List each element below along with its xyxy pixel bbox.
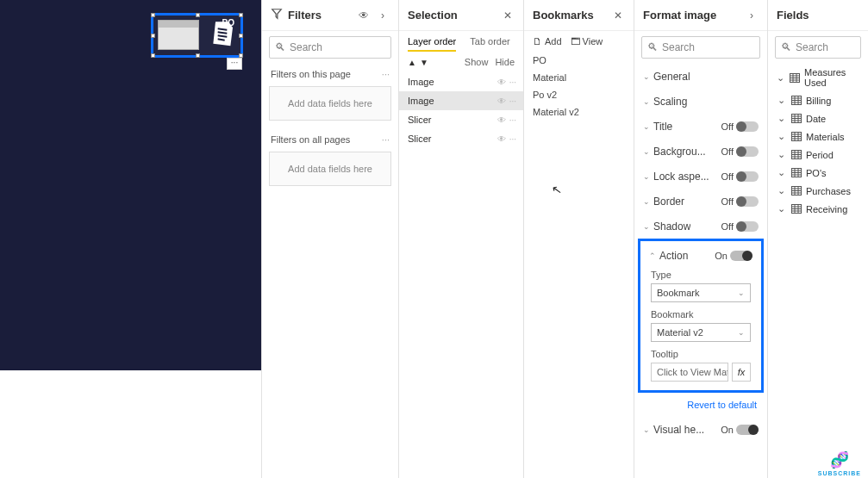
bookmark-item[interactable]: Material [524, 69, 634, 86]
revert-to-default[interactable]: Revert to default [634, 393, 767, 417]
chevron-up-icon: ⌃ [649, 251, 656, 260]
subscribe-watermark: 🧬 SUBSCRIBE [818, 450, 861, 476]
field-table[interactable]: ⌄PO's [768, 164, 868, 182]
more-icon[interactable]: ··· [509, 78, 516, 87]
fmt-general[interactable]: ⌄General [634, 64, 767, 89]
fmt-border[interactable]: ⌄BorderOff [634, 189, 767, 214]
eye-icon[interactable]: 👁 [497, 134, 508, 144]
bookmark-view[interactable]: 🗔View [571, 36, 603, 47]
table-icon [790, 73, 800, 83]
field-table[interactable]: ⌄Measures Used [768, 64, 868, 91]
table-icon [791, 186, 802, 196]
fmt-shadow[interactable]: ⌄ShadowOff [634, 214, 767, 239]
sel-hide[interactable]: Hide [495, 57, 515, 67]
toggle[interactable] [736, 221, 759, 232]
toggle[interactable] [736, 425, 759, 435]
chevron-down-icon: ⌄ [775, 167, 787, 178]
field-table[interactable]: ⌄Purchases [768, 182, 868, 200]
bookmark-item[interactable]: Po v2 [524, 86, 634, 103]
filters-visibility-icon[interactable]: 👁 [357, 9, 371, 22]
eye-icon[interactable]: 👁 [497, 96, 508, 106]
chevron-down-icon: ⌄ [775, 203, 787, 214]
action-tooltip-input[interactable]: Click to View Mate... [651, 363, 728, 382]
move-up-icon[interactable]: ▲ [408, 58, 416, 67]
table-icon [791, 96, 802, 105]
field-table[interactable]: ⌄Period [768, 146, 868, 164]
toggle[interactable] [736, 121, 759, 132]
chevron-down-icon: ⌄ [738, 328, 745, 337]
chevron-down-icon: ⌄ [643, 122, 650, 131]
format-search[interactable]: 🔍︎ Search [641, 36, 760, 59]
move-down-icon[interactable]: ▼ [420, 58, 428, 67]
bookmark-add[interactable]: 🗋Add [533, 36, 562, 47]
add-icon: 🗋 [533, 36, 542, 47]
action-type-select[interactable]: Bookmark⌄ [651, 283, 751, 302]
more-icon[interactable]: ··· [509, 134, 516, 144]
filters-page-more[interactable]: ··· [382, 69, 390, 79]
chevron-down-icon: ⌄ [643, 425, 650, 434]
fields-title: Fields [777, 9, 859, 22]
layer-item[interactable]: Image👁··· [399, 72, 523, 91]
bookmark-list: POMaterialPo v2Material v2 [524, 52, 634, 121]
chevron-down-icon: ⌄ [738, 289, 745, 297]
eye-icon[interactable]: 👁 [497, 78, 508, 87]
bookmarks-close[interactable]: ✕ [611, 9, 625, 22]
fmt-scaling[interactable]: ⌄Scaling [634, 89, 767, 114]
toggle[interactable] [736, 196, 759, 207]
bookmark-item[interactable]: Material v2 [524, 103, 634, 121]
tab-layer-order[interactable]: Layer order [408, 36, 456, 52]
search-icon: 🔍︎ [781, 41, 791, 53]
fx-button[interactable]: fx [732, 363, 751, 382]
more-icon[interactable]: ··· [509, 96, 516, 106]
layer-item[interactable]: Image👁··· [399, 91, 523, 110]
field-table[interactable]: ⌄Billing [768, 91, 868, 109]
filters-search-ph: Search [290, 41, 322, 53]
visual-more-button[interactable]: ··· [227, 58, 242, 70]
fields-search[interactable]: 🔍︎ Search [775, 36, 861, 59]
fields-pane: Fields 🔍︎ Search ⌄Measures Used⌄Billing⌄… [767, 0, 868, 478]
chevron-down-icon: ⌄ [643, 172, 650, 181]
filter-icon [271, 8, 283, 22]
layer-item[interactable]: Slicer👁··· [399, 110, 523, 129]
filters-pane: Filters 👁 › 🔍︎ Search Filters on this pa… [261, 0, 398, 478]
toggle[interactable] [730, 251, 752, 261]
toggle[interactable] [736, 146, 759, 157]
eye-icon[interactable]: 👁 [497, 115, 508, 125]
fmt-background[interactable]: ⌄Backgrou...Off [634, 139, 767, 164]
tab-tab-order[interactable]: Tab order [470, 36, 509, 52]
filters-all-dropzone[interactable]: Add data fields here [269, 152, 391, 186]
fmt-title[interactable]: ⌄TitleOff [634, 114, 767, 139]
fmt-action[interactable]: ⌃ActionOn [640, 243, 761, 268]
table-icon [791, 114, 802, 123]
fmt-visual-header[interactable]: ⌄Visual he...On [634, 417, 767, 442]
action-bookmark-select[interactable]: Material v2⌄ [651, 323, 751, 342]
fmt-lock-aspect[interactable]: ⌄Lock aspe...Off [634, 164, 767, 189]
visual-img-thumb [158, 20, 199, 50]
format-expand-icon[interactable]: › [745, 9, 759, 22]
layer-item[interactable]: Slicer👁··· [399, 129, 523, 148]
filters-page-label: Filters on this page [271, 69, 351, 79]
toggle[interactable] [736, 171, 759, 182]
field-table[interactable]: ⌄Materials [768, 127, 868, 146]
fields-list: ⌄Measures Used⌄Billing⌄Date⌄Materials⌄Pe… [768, 64, 868, 218]
report-canvas[interactable]: PO ··· [0, 0, 261, 370]
chevron-down-icon: ⌄ [643, 147, 650, 156]
field-table[interactable]: ⌄Receiving [768, 200, 868, 218]
field-table[interactable]: ⌄Date [768, 109, 868, 127]
selection-close[interactable]: ✕ [501, 9, 515, 22]
selected-image-visual[interactable]: PO ··· [151, 13, 243, 58]
filters-all-label: Filters on all pages [271, 134, 350, 145]
chevron-down-icon: ⌄ [643, 222, 650, 231]
action-type-label: Type [640, 268, 761, 282]
sel-show[interactable]: Show [465, 57, 489, 67]
chevron-down-icon: ⌄ [643, 72, 650, 81]
filters-expand-icon[interactable]: › [376, 9, 390, 22]
filters-search[interactable]: 🔍︎ Search [269, 36, 391, 59]
dna-icon: 🧬 [830, 450, 849, 469]
selection-pane: Selection ✕ Layer order Tab order ▲▼ Sho… [398, 0, 523, 478]
more-icon[interactable]: ··· [509, 115, 516, 125]
filters-all-more[interactable]: ··· [382, 134, 390, 145]
filters-page-dropzone[interactable]: Add data fields here [269, 86, 391, 121]
bookmark-item[interactable]: PO [524, 52, 634, 69]
chevron-down-icon: ⌄ [643, 97, 650, 106]
